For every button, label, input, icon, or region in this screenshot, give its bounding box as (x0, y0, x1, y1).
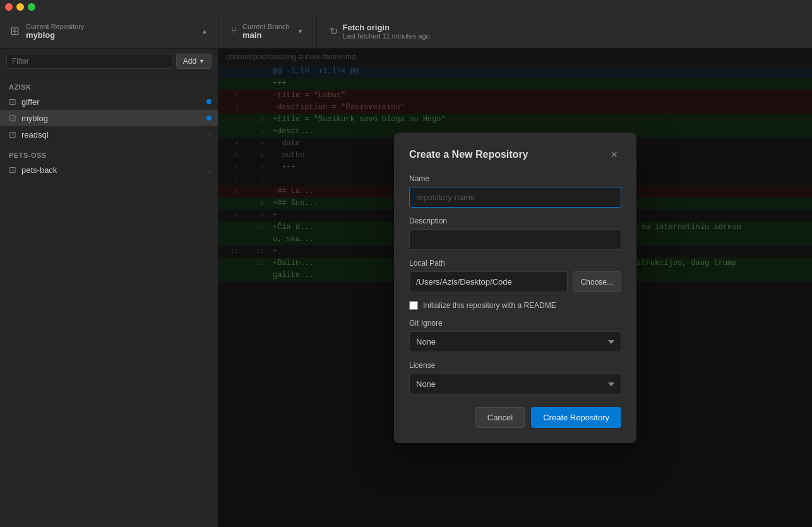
badge-giffer (206, 99, 212, 104)
repo-name: myblog (26, 30, 195, 40)
repo-icon-myblog: ⊡ (9, 113, 16, 123)
item-name-myblog: myblog (21, 114, 201, 123)
license-select[interactable]: None (409, 374, 621, 394)
arrow-up-icon-readsql: ↑ (208, 131, 212, 138)
repo-icon-giffer: ⊡ (9, 97, 16, 107)
main-layout: Add ▼ azisk ⊡ giffer ⊡ myblog ⊡ readsql … (0, 49, 812, 527)
description-input[interactable] (409, 229, 621, 250)
readme-checkbox[interactable] (409, 301, 418, 310)
description-field-group: Description (409, 216, 621, 250)
gitignore-label: Git Ignore (409, 319, 621, 328)
modal-footer: Cancel Create Repository (409, 407, 621, 428)
sidebar-item-myblog[interactable]: ⊡ myblog (0, 110, 218, 126)
local-path-group: Local Path Choose... (409, 259, 621, 292)
readme-checkbox-label: Initialize this repository with a README (423, 301, 556, 310)
close-button[interactable] (5, 3, 13, 11)
cancel-button[interactable]: Cancel (475, 407, 525, 428)
sidebar-item-giffer[interactable]: ⊡ giffer (0, 93, 218, 110)
repo-label: Current Repository (26, 23, 195, 30)
sidebar-filter-bar: Add ▼ (0, 49, 218, 74)
readme-checkbox-row: Initialize this repository with a README (409, 301, 621, 310)
license-group: License None (409, 361, 621, 394)
name-field-group: Name (409, 174, 621, 208)
sidebar-section-azisk: azisk (0, 74, 218, 93)
fetch-time: Last fetched 11 minutes ago (343, 32, 430, 40)
name-label: Name (409, 174, 621, 183)
chevron-up-icon: ▲ (201, 28, 208, 35)
create-repository-button[interactable]: Create Repository (531, 407, 621, 428)
content-area: content/post/creating-a-new-theme.md @@ … (218, 49, 812, 527)
item-name-giffer: giffer (21, 97, 201, 107)
fetch-label: Fetch origin (343, 23, 430, 32)
local-path-input[interactable] (409, 271, 568, 292)
add-dropdown-arrow: ▼ (199, 58, 205, 64)
repo-icon: ⊞ (10, 24, 20, 38)
fetch-info: Fetch origin Last fetched 11 minutes ago (343, 23, 430, 40)
badge-myblog (206, 115, 212, 121)
item-name-readsql: readsql (21, 130, 203, 139)
modal-close-button[interactable]: × (607, 148, 621, 162)
chevron-down-icon: ▼ (297, 28, 304, 35)
local-path-label: Local Path (409, 259, 621, 268)
branch-section[interactable]: ⑂ Current Branch main ▼ (218, 14, 317, 48)
branch-icon: ⑂ (231, 25, 237, 37)
minimize-button[interactable] (16, 3, 24, 11)
titlebar (0, 0, 812, 14)
sidebar: Add ▼ azisk ⊡ giffer ⊡ myblog ⊡ readsql … (0, 49, 218, 527)
gitignore-group: Git Ignore None (409, 319, 621, 352)
create-repository-modal: Create a New Repository × Name Descripti… (394, 133, 636, 443)
repo-icon-readsql: ⊡ (9, 129, 16, 139)
sidebar-item-pets-back[interactable]: ⊡ pets-back ↓ (0, 162, 218, 178)
branch-name: main (242, 30, 290, 40)
modal-title: Create a New Repository (409, 149, 528, 160)
branch-label: Current Branch (242, 23, 290, 30)
arrow-down-icon-pets-back: ↓ (208, 167, 212, 174)
description-label: Description (409, 216, 621, 225)
section-label-pets-oss: pets-oss (9, 151, 212, 159)
repo-icon-pets-back: ⊡ (9, 165, 16, 175)
maximize-button[interactable] (28, 3, 35, 11)
item-name-pets-back: pets-back (21, 165, 203, 175)
sidebar-section-pets-oss: pets-oss (0, 143, 218, 162)
fetch-icon: ↻ (330, 25, 338, 37)
current-repo-section[interactable]: ⊞ Current Repository myblog ▲ (0, 14, 218, 48)
gitignore-select[interactable]: None (409, 331, 621, 352)
modal-header: Create a New Repository × (409, 148, 621, 162)
filter-input[interactable] (6, 54, 172, 69)
branch-info: Current Branch main (242, 23, 290, 40)
section-label-azisk: azisk (9, 83, 212, 91)
repo-info: Current Repository myblog (26, 23, 195, 40)
license-label: License (409, 361, 621, 370)
modal-backdrop: Create a New Repository × Name Descripti… (218, 49, 812, 527)
choose-button[interactable]: Choose... (573, 271, 621, 292)
add-button[interactable]: Add ▼ (176, 54, 212, 69)
name-input[interactable] (409, 187, 621, 208)
toolbar: ⊞ Current Repository myblog ▲ ⑂ Current … (0, 14, 812, 49)
sidebar-item-readsql[interactable]: ⊡ readsql ↑ (0, 126, 218, 143)
local-path-row: Choose... (409, 271, 621, 292)
fetch-section[interactable]: ↻ Fetch origin Last fetched 11 minutes a… (317, 14, 443, 48)
